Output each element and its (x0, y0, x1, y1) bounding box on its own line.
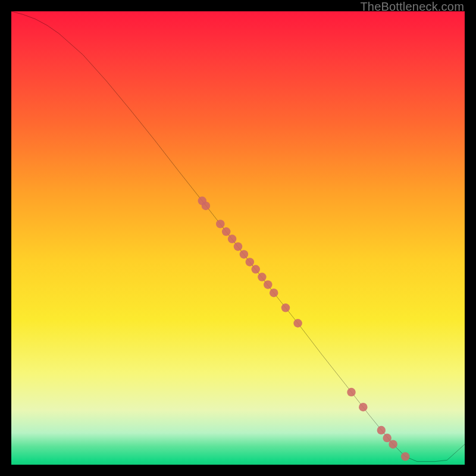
plot-area (11, 11, 465, 465)
curve-marker (240, 250, 248, 258)
curve-marker (264, 280, 272, 289)
chart-svg (11, 11, 465, 465)
curve-line (11, 11, 465, 462)
curve-marker (251, 265, 259, 273)
curve-marker (377, 426, 386, 434)
curve-marker (270, 289, 278, 297)
curve-marker (216, 220, 224, 228)
curve-marker (234, 242, 242, 250)
curve-marker (401, 452, 409, 461)
watermark-text: TheBottleneck.com (360, 0, 464, 14)
curve-markers (198, 196, 410, 461)
curve-marker (222, 227, 230, 236)
curve-marker (359, 403, 367, 411)
curve-marker (202, 202, 210, 210)
curve-marker (383, 434, 391, 442)
curve-marker (293, 319, 302, 327)
curve-marker (258, 273, 266, 281)
curve-marker (228, 234, 236, 243)
curve-marker (281, 303, 290, 312)
chart-stage: TheBottleneck.com (0, 0, 476, 476)
curve-marker (347, 388, 355, 396)
curve-marker (246, 258, 254, 266)
curve-marker (389, 440, 397, 448)
